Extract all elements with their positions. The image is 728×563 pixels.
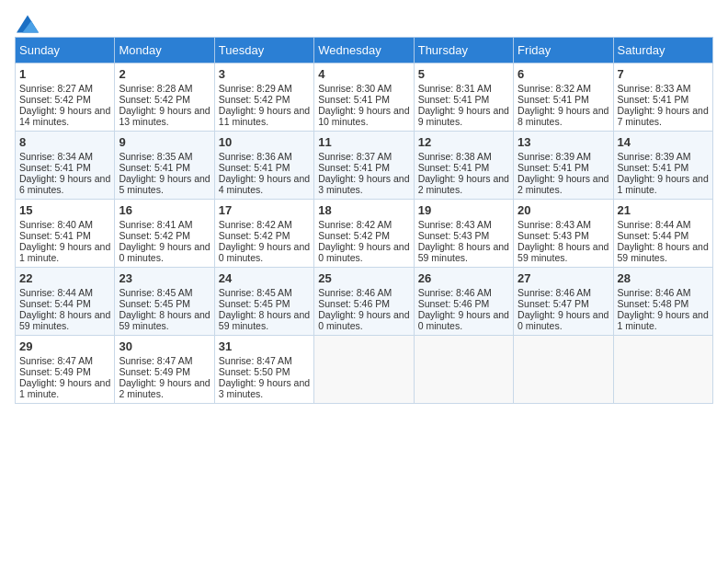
- calendar-cell: [613, 336, 712, 404]
- sunrise-label: Sunrise: 8:47 AMSunset: 5:49 PMDaylight:…: [119, 355, 210, 399]
- calendar-week-5: 29Sunrise: 8:47 AMSunset: 5:49 PMDayligh…: [16, 336, 713, 404]
- sunrise-label: Sunrise: 8:37 AMSunset: 5:41 PMDaylight:…: [318, 151, 409, 195]
- day-header-tuesday: Tuesday: [214, 38, 313, 63]
- sunrise-label: Sunrise: 8:39 AMSunset: 5:41 PMDaylight:…: [518, 151, 609, 195]
- calendar-cell: 30Sunrise: 8:47 AMSunset: 5:49 PMDayligh…: [115, 336, 214, 404]
- day-number: 18: [318, 203, 409, 217]
- day-number: 12: [418, 135, 509, 149]
- sunrise-label: Sunrise: 8:31 AMSunset: 5:41 PMDaylight:…: [418, 83, 509, 127]
- sunrise-label: Sunrise: 8:43 AMSunset: 5:43 PMDaylight:…: [418, 219, 509, 263]
- day-number: 5: [418, 67, 509, 81]
- day-number: 7: [618, 67, 709, 81]
- sunrise-label: Sunrise: 8:38 AMSunset: 5:41 PMDaylight:…: [418, 151, 509, 195]
- calendar-cell: 14Sunrise: 8:39 AMSunset: 5:41 PMDayligh…: [613, 132, 712, 200]
- day-number: 1: [19, 67, 110, 81]
- day-number: 26: [418, 271, 509, 285]
- sunrise-label: Sunrise: 8:35 AMSunset: 5:41 PMDaylight:…: [119, 151, 210, 195]
- calendar-cell: 19Sunrise: 8:43 AMSunset: 5:43 PMDayligh…: [414, 200, 513, 268]
- sunrise-label: Sunrise: 8:27 AMSunset: 5:42 PMDaylight:…: [19, 83, 110, 127]
- day-number: 16: [119, 203, 210, 217]
- sunrise-label: Sunrise: 8:34 AMSunset: 5:41 PMDaylight:…: [19, 151, 110, 195]
- day-header-friday: Friday: [514, 38, 613, 63]
- day-header-saturday: Saturday: [613, 38, 712, 63]
- day-number: 4: [318, 67, 409, 81]
- day-number: 13: [518, 135, 609, 149]
- calendar-week-4: 22Sunrise: 8:44 AMSunset: 5:44 PMDayligh…: [16, 268, 713, 336]
- calendar-cell: 6Sunrise: 8:32 AMSunset: 5:41 PMDaylight…: [514, 63, 613, 132]
- day-number: 23: [119, 271, 210, 285]
- calendar-cell: 11Sunrise: 8:37 AMSunset: 5:41 PMDayligh…: [314, 132, 414, 200]
- day-number: 17: [219, 203, 310, 217]
- calendar-cell: 24Sunrise: 8:45 AMSunset: 5:45 PMDayligh…: [214, 268, 313, 336]
- calendar-week-1: 1Sunrise: 8:27 AMSunset: 5:42 PMDaylight…: [16, 63, 713, 132]
- calendar-cell: 15Sunrise: 8:40 AMSunset: 5:41 PMDayligh…: [16, 200, 115, 268]
- sunrise-label: Sunrise: 8:42 AMSunset: 5:42 PMDaylight:…: [219, 219, 310, 263]
- sunrise-label: Sunrise: 8:41 AMSunset: 5:42 PMDaylight:…: [119, 219, 210, 263]
- calendar-cell: [314, 336, 414, 404]
- day-number: 11: [318, 135, 409, 149]
- calendar-cell: [514, 336, 613, 404]
- sunrise-label: Sunrise: 8:46 AMSunset: 5:48 PMDaylight:…: [618, 287, 709, 331]
- day-number: 28: [618, 271, 709, 285]
- day-number: 31: [219, 339, 310, 353]
- calendar-cell: 10Sunrise: 8:36 AMSunset: 5:41 PMDayligh…: [214, 132, 313, 200]
- calendar-cell: 2Sunrise: 8:28 AMSunset: 5:42 PMDaylight…: [115, 63, 214, 132]
- calendar-cell: 27Sunrise: 8:46 AMSunset: 5:47 PMDayligh…: [514, 268, 613, 336]
- calendar-cell: 16Sunrise: 8:41 AMSunset: 5:42 PMDayligh…: [115, 200, 214, 268]
- day-header-thursday: Thursday: [414, 38, 513, 63]
- sunrise-label: Sunrise: 8:47 AMSunset: 5:50 PMDaylight:…: [219, 355, 310, 399]
- sunrise-label: Sunrise: 8:43 AMSunset: 5:43 PMDaylight:…: [518, 219, 609, 263]
- calendar-cell: 4Sunrise: 8:30 AMSunset: 5:41 PMDaylight…: [314, 63, 414, 132]
- calendar-cell: 21Sunrise: 8:44 AMSunset: 5:44 PMDayligh…: [613, 200, 712, 268]
- day-number: 24: [219, 271, 310, 285]
- calendar-cell: 18Sunrise: 8:42 AMSunset: 5:42 PMDayligh…: [314, 200, 414, 268]
- day-number: 10: [219, 135, 310, 149]
- sunrise-label: Sunrise: 8:46 AMSunset: 5:46 PMDaylight:…: [318, 287, 409, 331]
- day-number: 15: [19, 203, 110, 217]
- sunrise-label: Sunrise: 8:46 AMSunset: 5:46 PMDaylight:…: [418, 287, 509, 331]
- calendar-cell: 20Sunrise: 8:43 AMSunset: 5:43 PMDayligh…: [514, 200, 613, 268]
- calendar-header-row: SundayMondayTuesdayWednesdayThursdayFrid…: [16, 38, 713, 63]
- day-header-wednesday: Wednesday: [314, 38, 414, 63]
- sunrise-label: Sunrise: 8:42 AMSunset: 5:42 PMDaylight:…: [318, 219, 409, 263]
- day-header-monday: Monday: [115, 38, 214, 63]
- calendar-cell: 29Sunrise: 8:47 AMSunset: 5:49 PMDayligh…: [16, 336, 115, 404]
- sunrise-label: Sunrise: 8:44 AMSunset: 5:44 PMDaylight:…: [618, 219, 709, 263]
- page-header: [15, 15, 713, 29]
- sunrise-label: Sunrise: 8:46 AMSunset: 5:47 PMDaylight:…: [518, 287, 609, 331]
- day-number: 29: [19, 339, 110, 353]
- sunrise-label: Sunrise: 8:39 AMSunset: 5:41 PMDaylight:…: [618, 151, 709, 195]
- calendar-cell: 17Sunrise: 8:42 AMSunset: 5:42 PMDayligh…: [214, 200, 313, 268]
- day-number: 22: [19, 271, 110, 285]
- calendar-cell: 23Sunrise: 8:45 AMSunset: 5:45 PMDayligh…: [115, 268, 214, 336]
- day-number: 30: [119, 339, 210, 353]
- day-header-sunday: Sunday: [16, 38, 115, 63]
- calendar-cell: 8Sunrise: 8:34 AMSunset: 5:41 PMDaylight…: [16, 132, 115, 200]
- calendar-cell: 12Sunrise: 8:38 AMSunset: 5:41 PMDayligh…: [414, 132, 513, 200]
- day-number: 19: [418, 203, 509, 217]
- calendar-cell: 26Sunrise: 8:46 AMSunset: 5:46 PMDayligh…: [414, 268, 513, 336]
- day-number: 25: [318, 271, 409, 285]
- day-number: 20: [518, 203, 609, 217]
- calendar-cell: 1Sunrise: 8:27 AMSunset: 5:42 PMDaylight…: [16, 63, 115, 132]
- calendar-cell: 31Sunrise: 8:47 AMSunset: 5:50 PMDayligh…: [214, 336, 313, 404]
- sunrise-label: Sunrise: 8:33 AMSunset: 5:41 PMDaylight:…: [618, 83, 709, 127]
- day-number: 8: [19, 135, 110, 149]
- day-number: 2: [119, 67, 210, 81]
- sunrise-label: Sunrise: 8:45 AMSunset: 5:45 PMDaylight:…: [219, 287, 310, 331]
- sunrise-label: Sunrise: 8:28 AMSunset: 5:42 PMDaylight:…: [119, 83, 210, 127]
- sunrise-label: Sunrise: 8:32 AMSunset: 5:41 PMDaylight:…: [518, 83, 609, 127]
- day-number: 6: [518, 67, 609, 81]
- logo: [15, 15, 39, 29]
- day-number: 9: [119, 135, 210, 149]
- day-number: 27: [518, 271, 609, 285]
- logo-icon: [17, 15, 39, 33]
- day-number: 21: [618, 203, 709, 217]
- calendar-cell: 5Sunrise: 8:31 AMSunset: 5:41 PMDaylight…: [414, 63, 513, 132]
- calendar-cell: 28Sunrise: 8:46 AMSunset: 5:48 PMDayligh…: [613, 268, 712, 336]
- sunrise-label: Sunrise: 8:44 AMSunset: 5:44 PMDaylight:…: [19, 287, 110, 331]
- sunrise-label: Sunrise: 8:40 AMSunset: 5:41 PMDaylight:…: [19, 219, 110, 263]
- calendar-cell: 22Sunrise: 8:44 AMSunset: 5:44 PMDayligh…: [16, 268, 115, 336]
- calendar-cell: 3Sunrise: 8:29 AMSunset: 5:42 PMDaylight…: [214, 63, 313, 132]
- sunrise-label: Sunrise: 8:29 AMSunset: 5:42 PMDaylight:…: [219, 83, 310, 127]
